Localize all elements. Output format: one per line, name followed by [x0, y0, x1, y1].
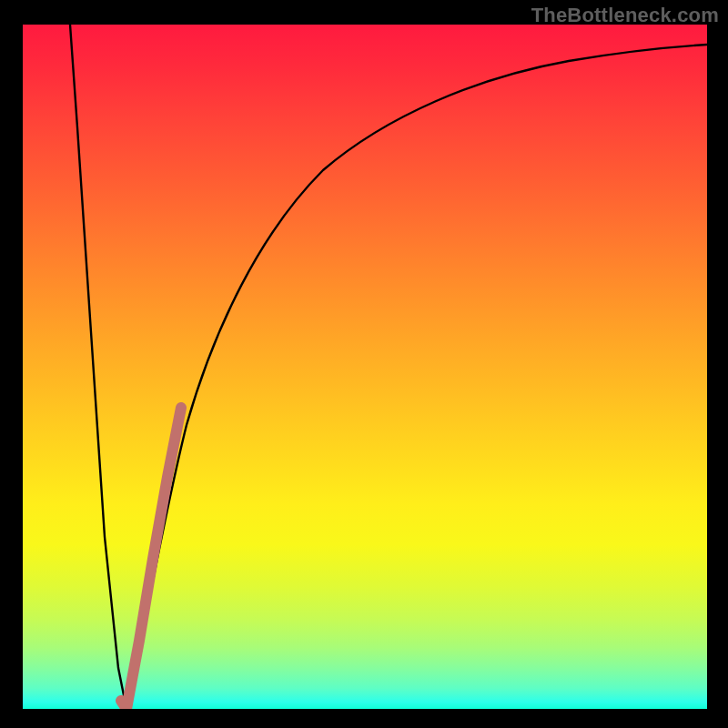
chart-frame: TheBottleneck.com [0, 0, 728, 728]
highlight-segment-path [121, 408, 181, 709]
left-branch-path [70, 25, 126, 709]
right-branch-path [126, 45, 707, 709]
watermark-text: TheBottleneck.com [531, 4, 719, 27]
curve-layer [23, 25, 707, 709]
plot-area [23, 25, 707, 709]
